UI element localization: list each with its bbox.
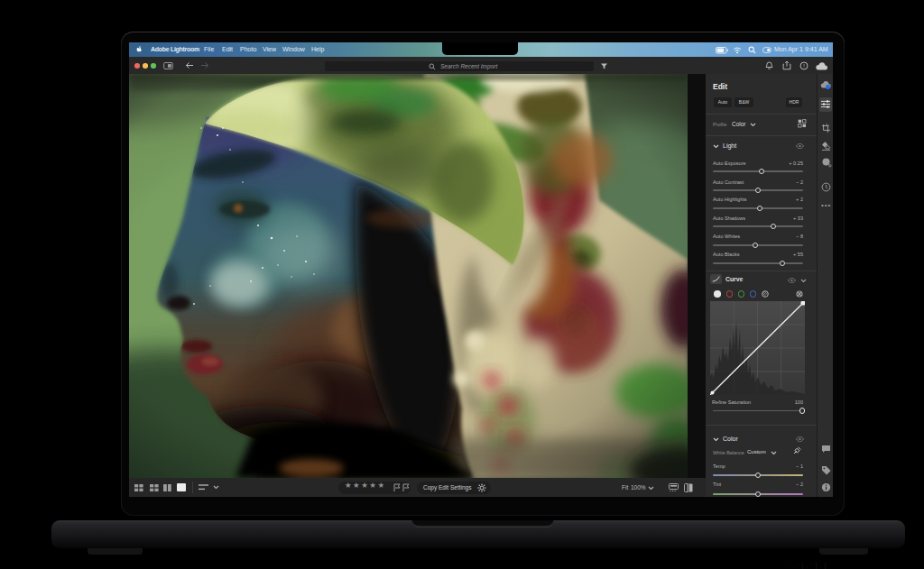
svg-text:!: ! — [803, 63, 805, 69]
